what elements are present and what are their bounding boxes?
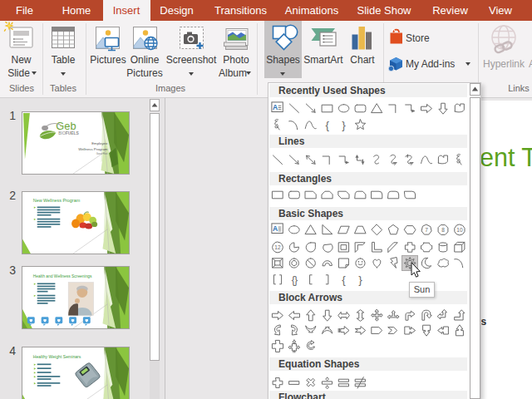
- svg-text:{: {: [325, 119, 329, 131]
- svg-text:}: }: [342, 119, 346, 131]
- svg-text:}: }: [358, 273, 362, 286]
- svg-text:A: A: [273, 224, 278, 233]
- svg-text:8: 8: [441, 227, 445, 233]
- svg-text:BIOFUELS: BIOFUELS: [58, 131, 79, 135]
- svg-text:{: {: [342, 273, 346, 286]
- svg-text:{}: {}: [292, 274, 298, 286]
- svg-text:12: 12: [274, 244, 281, 250]
- svg-text:New Wellness Program: New Wellness Program: [33, 198, 81, 203]
- svg-text:7: 7: [425, 227, 428, 233]
- svg-text:Health and Wellness Screenings: Health and Wellness Screenings: [33, 274, 92, 278]
- svg-text:Healthy Weight Seminars: Healthy Weight Seminars: [33, 354, 81, 359]
- svg-text:10: 10: [456, 227, 463, 233]
- svg-text:A: A: [273, 103, 278, 111]
- svg-text:Employee: Employee: [91, 141, 108, 145]
- svg-text:Wellness Program: Wellness Program: [78, 147, 108, 151]
- svg-text:Geb: Geb: [56, 120, 76, 132]
- svg-text:Guest Host: Guest Host: [96, 152, 108, 155]
